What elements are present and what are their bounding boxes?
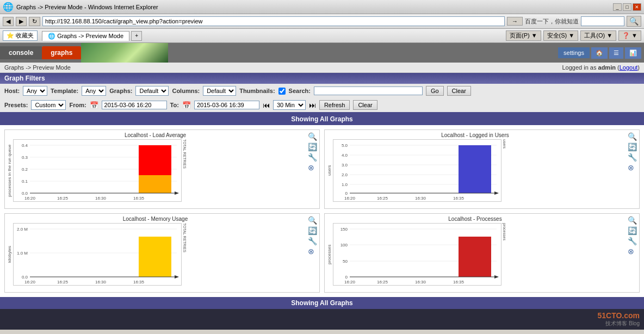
nav-icon3-button[interactable]: 📊 [625,47,641,59]
prev-timespan-icon[interactable]: ⏮ [263,101,270,109]
nav-icon1-button[interactable]: 🏠 [591,47,608,59]
thumbnails-label: Thumbnails: [239,88,275,94]
browser-search-button[interactable]: 🔍 [627,16,641,27]
console-nav-button[interactable]: console [0,46,42,59]
svg-text:0.0: 0.0 [22,275,28,280]
browser-icon: 🌐 [3,2,14,12]
svg-text:16:30: 16:30 [415,196,426,201]
svg-marker-36 [494,191,499,195]
refresh-browser-button[interactable]: ↻ [29,17,40,26]
to-input[interactable] [194,101,259,109]
graph-card-logged-users: Localhost - Logged in Users users 5.0 4.… [324,129,640,209]
svg-text:16:30: 16:30 [95,196,107,201]
zoom-icon-3[interactable]: 🔍 [308,216,317,225]
properties-icon-4[interactable]: 🔧 [628,237,637,245]
content-area: Showing All Graphs Localhost - Load Aver… [0,113,644,309]
refresh-icon-3[interactable]: 🔄 [308,226,317,235]
svg-text:16:35: 16:35 [133,280,145,284]
properties-icon-2[interactable]: 🔧 [628,153,637,162]
graphs-nav-button[interactable]: graphs [42,46,81,59]
go-button[interactable]: Go [426,86,444,96]
refresh-icon-4[interactable]: 🔄 [628,226,637,235]
properties-icon-3[interactable]: 🔧 [308,237,317,245]
zoom-icon-4[interactable]: 🔍 [628,216,637,225]
timespan-select[interactable]: 30 Min [273,100,306,110]
thumbnails-checkbox[interactable] [278,88,286,95]
delete-icon-4[interactable]: ⊗ [628,247,637,256]
showing-bar-bottom: Showing All Graphs [0,297,644,309]
watermark-site: 51CTO.com [597,311,640,320]
logout-link[interactable]: Logout [620,64,638,71]
delete-icon-2[interactable]: ⊗ [628,163,637,172]
favorites-button[interactable]: ⭐ 收藏夹 [3,30,38,41]
maximize-button[interactable]: □ [623,3,631,11]
search-input[interactable] [314,86,423,95]
filters-section: Graph Filters Host: Any Template: Any Gr… [0,73,644,113]
graph-area-processes: Localhost - Processes processes 150 100 … [326,215,624,291]
safety-button[interactable]: 安全(S) ▼ [543,30,579,41]
filter-row-2: Presets: Custom From: 📅 To: 📅 ⏮ 30 Min ⏭… [0,98,644,112]
svg-text:16:20: 16:20 [24,280,36,284]
svg-text:0: 0 [345,191,348,196]
filter-row-1: Host: Any Template: Any Graphs: Default … [0,84,644,98]
graph-area-memory-usage: Localhost - Memory Usage kilobytes 2.0 M… [6,215,305,291]
svg-text:1.0: 1.0 [342,182,348,187]
ylabel-logged-users: users [326,139,333,202]
svg-rect-11 [139,175,171,193]
graph-svg-processes: 150 100 50 0 16:20 16:25 16:30 16:35 [333,223,501,286]
graphs-label: Graphs: [109,88,132,94]
svg-text:0.1: 0.1 [22,179,28,184]
refresh-icon-1[interactable]: 🔄 [308,143,317,151]
next-timespan-icon[interactable]: ⏭ [309,101,316,109]
zoom-icon-1[interactable]: 🔍 [308,132,317,141]
columns-label: Columns: [172,88,200,94]
svg-rect-10 [139,145,171,175]
clear2-button[interactable]: Clear [353,100,377,110]
clear-button[interactable]: Clear [447,86,471,96]
close-button[interactable]: ✕ [633,3,641,11]
tools-button[interactable]: 页面(P) ▼ [506,30,541,41]
presets-select[interactable]: Custom [31,100,66,110]
graph-title-logged-users: Localhost - Logged in Users [326,131,624,139]
refresh-icon-2[interactable]: 🔄 [628,143,637,151]
browser-tab[interactable]: 🌐 Graphs -> Preview Mode [42,31,129,41]
breadcrumb: Graphs -> Preview Mode [4,64,71,71]
presets-label: Presets: [4,102,28,108]
tab-label: Graphs -> Preview Mode [57,33,123,39]
settings-browser-button[interactable]: 工具(O) ▼ [580,30,616,41]
settings-nav-button[interactable]: settings [558,47,590,58]
graph-area-logged-users: Localhost - Logged in Users users 5.0 4.… [326,131,624,207]
svg-marker-64 [494,275,499,279]
graph-card-load-average: Localhost - Load Average processes in th… [4,129,320,209]
delete-icon-3[interactable]: ⊗ [308,247,317,256]
template-select[interactable]: Any [82,86,106,96]
calendar-icon-to[interactable]: 📅 [182,101,191,109]
tab-container: 🌐 Graphs -> Preview Mode + [42,31,501,41]
graphs-select[interactable]: Default [135,86,169,96]
calendar-icon-from[interactable]: 📅 [90,101,98,109]
host-select[interactable]: Any [23,86,47,96]
svg-text:0: 0 [345,275,348,280]
graph-svg-memory-usage: 2.0 M 1.0 M 0.0 16:20 16:25 16:30 16:35 [13,223,182,286]
minimize-button[interactable]: _ [613,3,622,11]
back-button[interactable]: ◀ [3,17,14,26]
address-input[interactable] [42,16,505,26]
svg-marker-17 [175,191,179,195]
nav-icon2-button[interactable]: ☰ [609,47,623,59]
browser-toolbar: ⭐ 收藏夹 🌐 Graphs -> Preview Mode + 页面(P) ▼… [0,29,644,43]
properties-icon-1[interactable]: 🔧 [308,153,317,162]
svg-text:0.0: 0.0 [22,191,28,196]
help-button[interactable]: ❓ ▼ [618,30,641,41]
forward-button[interactable]: ▶ [16,17,27,26]
delete-icon-1[interactable]: ⊗ [308,163,317,172]
zoom-icon-2[interactable]: 🔍 [628,132,637,141]
host-label: Host: [4,88,20,94]
columns-select[interactable]: Default [203,86,236,96]
go-browser-button[interactable]: → [507,17,523,26]
browser-search-input[interactable] [581,16,624,26]
graph-icons-processes: 🔍 🔄 🔧 ⊗ [627,215,638,291]
refresh-button[interactable]: Refresh [319,100,350,110]
svg-text:16:35: 16:35 [453,196,465,201]
from-input[interactable] [102,101,167,109]
graph-icons-logged-users: 🔍 🔄 🔧 ⊗ [627,131,638,207]
